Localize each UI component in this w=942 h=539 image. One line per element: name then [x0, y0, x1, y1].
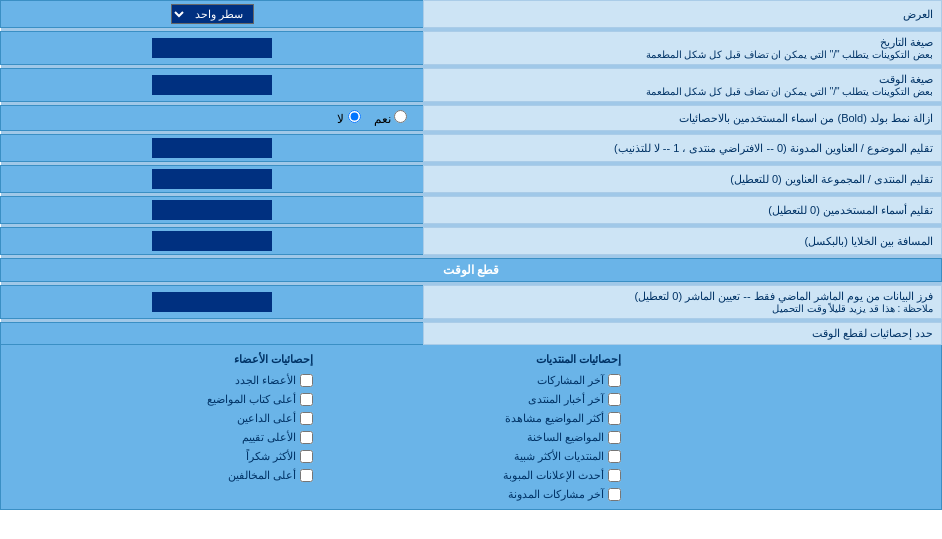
date-format-label: صيغة التاريخ بعض التكوينات يتطلب "/" الت… — [424, 32, 942, 65]
realtime-days-input[interactable]: 0 — [152, 292, 272, 312]
date-format-title: صيغة التاريخ — [880, 36, 933, 48]
cb-latest-ads[interactable] — [608, 469, 621, 482]
cells-distance-title: المسافة بين الخلايا (بالبكسل) — [805, 235, 934, 247]
cells-distance-input-cell: 2 — [1, 228, 424, 255]
cb-top-violators[interactable] — [300, 469, 313, 482]
realtime-section-header: قطع الوقت — [1, 259, 942, 282]
cb-hot-topics[interactable] — [608, 431, 621, 444]
cb-most-thanked[interactable] — [300, 450, 313, 463]
col3-item-6 — [629, 467, 929, 484]
bold-yes-radio[interactable] — [394, 110, 407, 123]
list-item: آخر أخبار المنتدى — [321, 391, 621, 408]
bold-no-radio[interactable] — [348, 110, 361, 123]
date-format-sublabel: بعض التكوينات يتطلب "/" التي يمكن ان تضا… — [432, 49, 933, 60]
realtime-days-label: فرز البيانات من يوم الماشر الماضي فقط --… — [424, 286, 942, 319]
col1-item-7 — [13, 486, 313, 503]
list-item: أحدث الإعلانات المبوبة — [321, 467, 621, 484]
cb-popular-forums[interactable] — [608, 450, 621, 463]
col3-item-3 — [629, 410, 929, 427]
list-item: الأعلى تقييم — [13, 429, 313, 446]
forum-order-input-cell: 33 — [1, 166, 424, 193]
cb-top-inviters[interactable] — [300, 412, 313, 425]
time-format-sublabel: بعض التكوينات يتطلب "/" التي يمكن ان تضا… — [432, 86, 933, 97]
date-format-input[interactable]: d-m — [152, 38, 272, 58]
list-item: الأعضاء الجدد — [13, 372, 313, 389]
time-format-input-cell: H:i — [1, 69, 424, 102]
limit-row-text: حدد إحصائيات لقطع الوقت — [812, 327, 933, 339]
cb-last-posts[interactable] — [608, 374, 621, 387]
cb-last-blog-posts[interactable] — [608, 488, 621, 501]
list-item: آخر مشاركات المدونة — [321, 486, 621, 503]
bold-remove-cell: نعم لا — [1, 106, 424, 131]
col2-header-text: إحصائيات المنتديات — [536, 353, 621, 365]
bold-no-label: لا — [337, 112, 344, 126]
list-item: الأكثر شكراً — [13, 448, 313, 465]
usernames-trim-label: تقليم أسماء المستخدمين (0 للتعطيل) — [424, 197, 942, 224]
cb-top-rated[interactable] — [300, 431, 313, 444]
limit-row-label: حدد إحصائيات لقطع الوقت — [424, 323, 942, 345]
col1-header: إحصائيات الأعضاء — [13, 351, 313, 370]
time-format-title: صيغة الوقت — [879, 73, 933, 85]
list-item: آخر المشاركات — [321, 372, 621, 389]
realtime-title: قطع الوقت — [443, 263, 499, 277]
checkboxes-section: إحصائيات المنتديات إحصائيات الأعضاء آخر … — [1, 345, 942, 510]
topics-order-input-cell: 33 — [1, 135, 424, 162]
realtime-days-note: ملاحظة : هذا قد يزيد قليلاً وقت التحميل — [432, 303, 933, 314]
topics-order-title: تقليم الموضوع / العناوين المدونة (0 -- ا… — [614, 142, 933, 154]
display-text: العرض — [903, 8, 933, 20]
list-item: المواضيع الساخنة — [321, 429, 621, 446]
forum-order-input[interactable]: 33 — [152, 169, 272, 189]
bold-remove-title: ازالة نمط بولد (Bold) من اسماء المستخدمي… — [679, 112, 933, 124]
col3-item-1 — [629, 372, 929, 389]
cb-new-members[interactable] — [300, 374, 313, 387]
list-item: أعلى المخالفين — [13, 467, 313, 484]
col3-item-7 — [629, 486, 929, 503]
forum-order-title: تقليم المنتدى / المجموعة العناوين (0 للت… — [730, 173, 933, 185]
list-item: أكثر المواضيع مشاهدة — [321, 410, 621, 427]
forum-order-label: تقليم المنتدى / المجموعة العناوين (0 للت… — [424, 166, 942, 193]
realtime-days-title: فرز البيانات من يوم الماشر الماضي فقط --… — [635, 290, 933, 302]
usernames-trim-input-cell: 0 — [1, 197, 424, 224]
list-item: أعلى كتاب المواضيع — [13, 391, 313, 408]
date-format-input-cell: d-m — [1, 32, 424, 65]
cells-distance-label: المسافة بين الخلايا (بالبكسل) — [424, 228, 942, 255]
col3-item-4 — [629, 429, 929, 446]
cells-distance-input[interactable]: 2 — [152, 231, 272, 251]
lines-cell: سطر واحد — [1, 1, 424, 28]
col3-item-5 — [629, 448, 929, 465]
col3-header — [629, 351, 929, 370]
topics-order-label: تقليم الموضوع / العناوين المدونة (0 -- ا… — [424, 135, 942, 162]
cb-top-topic-writers[interactable] — [300, 393, 313, 406]
limit-row-empty — [1, 323, 424, 345]
cb-last-news[interactable] — [608, 393, 621, 406]
realtime-days-input-cell: 0 — [1, 286, 424, 319]
col3-item-2 — [629, 391, 929, 408]
col2-header: إحصائيات المنتديات — [321, 351, 621, 370]
bold-remove-label: ازالة نمط بولد (Bold) من اسماء المستخدمي… — [424, 106, 942, 131]
topics-order-input[interactable]: 33 — [152, 138, 272, 158]
display-label: العرض — [424, 1, 942, 28]
usernames-trim-title: تقليم أسماء المستخدمين (0 للتعطيل) — [768, 204, 933, 216]
time-format-input[interactable]: H:i — [152, 75, 272, 95]
list-item: أعلى الداعين — [13, 410, 313, 427]
col1-header-text: إحصائيات الأعضاء — [234, 353, 313, 365]
lines-dropdown[interactable]: سطر واحد — [171, 4, 254, 24]
list-item: المنتديات الأكثر شبية — [321, 448, 621, 465]
usernames-trim-input[interactable]: 0 — [152, 200, 272, 220]
time-format-label: صيغة الوقت بعض التكوينات يتطلب "/" التي … — [424, 69, 942, 102]
bold-yes-label: نعم — [374, 112, 391, 126]
cb-most-viewed[interactable] — [608, 412, 621, 425]
